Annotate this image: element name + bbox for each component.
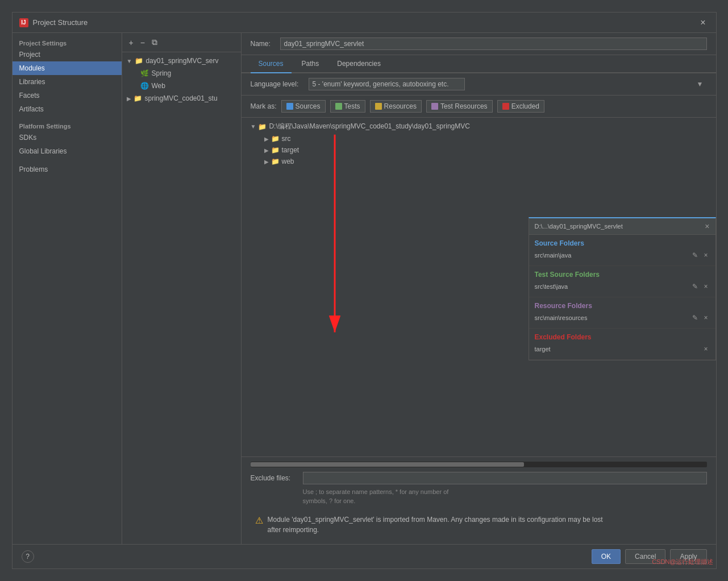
language-level-select[interactable]: 5 - 'enum' keyword, generics, autoboxing…	[309, 78, 465, 90]
sidebar-item-modules[interactable]: Modules	[13, 61, 122, 75]
name-input[interactable]	[280, 38, 707, 50]
cancel-button[interactable]: Cancel	[625, 549, 665, 564]
exclude-files-row: Exclude files:	[251, 472, 707, 484]
fip-resource-edit-button[interactable]: ✎	[690, 313, 700, 322]
sidebar-item-sdks[interactable]: SDKs	[13, 131, 122, 144]
fip-excluded-actions: ×	[702, 345, 709, 354]
fip-resource-actions: ✎ ×	[690, 313, 709, 322]
sidebar-item-problems[interactable]: Problems	[13, 163, 122, 176]
file-tree-target[interactable]: ▶ 📁 target	[242, 144, 716, 156]
tree-item-web[interactable]: 🌐 Web	[122, 80, 241, 92]
fip-test-path: src\test\java	[535, 283, 568, 290]
mark-sources-label: Sources	[296, 102, 321, 110]
fip-excluded-entry: target ×	[535, 343, 710, 355]
title-bar: IJ Project Structure ×	[13, 13, 716, 33]
root-folder-icon: 📁	[258, 123, 267, 131]
fip-source-remove-button[interactable]: ×	[702, 251, 709, 260]
project-settings-header: Project Settings	[13, 38, 122, 48]
tab-dependencies[interactable]: Dependencies	[329, 55, 389, 73]
help-button[interactable]: ?	[22, 550, 34, 563]
exclude-files-input[interactable]	[303, 472, 707, 484]
tree-item-springmvc[interactable]: ▶ 📁 springMVC_code01_stu	[122, 92, 241, 105]
fip-excluded-remove-button[interactable]: ×	[702, 345, 709, 354]
horizontal-scrollbar[interactable]	[251, 462, 707, 467]
help-icon: ?	[26, 553, 30, 561]
main-content: Project Settings Project Modules Librari…	[13, 33, 716, 544]
platform-settings-header: Platform Settings	[13, 121, 122, 131]
src-folder-icon: 📁	[271, 135, 280, 143]
tree-item-spring-label: Spring	[152, 69, 172, 77]
test-resources-dot	[431, 103, 438, 110]
fip-excluded-title: Excluded Folders	[535, 333, 710, 341]
apply-button[interactable]: Apply	[670, 549, 706, 564]
exclude-files-label: Exclude files:	[251, 474, 296, 482]
dialog-title: Project Structure	[33, 18, 88, 27]
sidebar-item-problems-label: Problems	[19, 165, 48, 173]
tab-paths[interactable]: Paths	[294, 55, 327, 73]
tree-item-spring[interactable]: 🌿 Spring	[122, 67, 241, 80]
sidebar-item-libraries-label: Libraries	[19, 78, 45, 86]
mark-test-resources-label: Test Resources	[440, 102, 488, 110]
fip-source-title: Source Folders	[535, 239, 710, 247]
copy-module-button[interactable]: ⧉	[149, 36, 160, 48]
sidebar-item-project[interactable]: Project	[13, 48, 122, 61]
fip-test-entry: src\test\java ✎ ×	[535, 281, 710, 292]
remove-module-button[interactable]: −	[138, 37, 147, 48]
sidebar-item-facets-label: Facets	[19, 92, 40, 99]
tree-toolbar: + − ⧉	[122, 33, 241, 52]
close-button[interactable]: ×	[697, 16, 709, 29]
src-expand-arrow: ▶	[264, 136, 269, 142]
tab-sources[interactable]: Sources	[251, 55, 292, 73]
sidebar-item-artifacts[interactable]: Artifacts	[13, 102, 122, 116]
mark-test-resources-button[interactable]: Test Resources	[426, 100, 493, 113]
fip-test-section: Test Source Folders src\test\java ✎ ×	[529, 266, 715, 297]
fip-resource-title: Resource Folders	[535, 302, 710, 310]
file-tree-root[interactable]: ▼ 📁 D:\编程\Java\Maven\springMVC_code01_st…	[242, 120, 716, 133]
fip-source-entry: src\main\java ✎ ×	[535, 250, 710, 261]
fip-source-actions: ✎ ×	[690, 251, 709, 260]
sidebar: Project Settings Project Modules Librari…	[13, 33, 122, 544]
fip-header: D:\...\day01_springMVC_servlet ×	[529, 218, 715, 235]
sidebar-divider2	[13, 158, 122, 163]
warning-icon: ⚠	[255, 515, 263, 526]
fip-source-edit-button[interactable]: ✎	[690, 251, 700, 260]
file-tree-area: ▼ 📁 D:\编程\Java\Maven\springMVC_code01_st…	[242, 118, 716, 457]
sidebar-item-global-libraries[interactable]: Global Libraries	[13, 144, 122, 158]
tabs-bar: Sources Paths Dependencies	[242, 55, 716, 73]
tree-item-day01[interactable]: ▼ 📁 day01_springMVC_serv	[122, 55, 241, 67]
fip-close-button[interactable]: ×	[705, 222, 709, 231]
dialog-footer: ? OK Cancel Apply	[13, 544, 716, 568]
file-tree-src[interactable]: ▶ 📁 src	[242, 133, 716, 144]
tab-dependencies-label: Dependencies	[337, 60, 381, 68]
add-module-button[interactable]: +	[127, 37, 136, 48]
fip-test-remove-button[interactable]: ×	[702, 282, 709, 291]
mark-excluded-button[interactable]: Excluded	[497, 100, 544, 113]
file-tree-root-label: D:\编程\Java\Maven\springMVC_code01_study\…	[269, 122, 470, 131]
file-tree-web-label: web	[282, 157, 294, 165]
mark-sources-button[interactable]: Sources	[281, 100, 326, 113]
mark-resources-button[interactable]: Resources	[370, 100, 422, 113]
sidebar-item-artifacts-label: Artifacts	[19, 105, 44, 113]
tree-item-springmvc-label: springMVC_code01_stu	[145, 94, 218, 102]
fip-resource-section: Resource Folders src\main\resources ✎ ×	[529, 297, 715, 329]
mark-resources-label: Resources	[384, 102, 417, 110]
mark-tests-button[interactable]: Tests	[330, 100, 365, 113]
tree-item-day01-label: day01_springMVC_serv	[145, 57, 218, 65]
bottom-area: Exclude files: Use ; to separate name pa…	[242, 457, 716, 544]
ok-button[interactable]: OK	[592, 549, 621, 564]
sources-dot	[286, 103, 293, 110]
fip-resource-remove-button[interactable]: ×	[702, 313, 709, 322]
fip-resource-path: src\main\resources	[535, 314, 588, 321]
sidebar-item-sdks-label: SDKs	[19, 134, 37, 142]
sidebar-item-project-label: Project	[19, 51, 40, 59]
fip-test-edit-button[interactable]: ✎	[690, 282, 700, 291]
file-tree-web[interactable]: ▶ 📁 web	[242, 156, 716, 167]
sidebar-item-facets[interactable]: Facets	[13, 89, 122, 102]
sidebar-item-modules-label: Modules	[19, 64, 45, 72]
fip-source-section: Source Folders src\main\java ✎ ×	[529, 235, 715, 266]
sidebar-item-libraries[interactable]: Libraries	[13, 75, 122, 89]
warning-text: Module 'day01_springMVC_servlet' is impo…	[268, 514, 603, 535]
mark-excluded-label: Excluded	[511, 102, 539, 110]
tab-sources-label: Sources	[259, 60, 284, 68]
web-expand-arrow: ▶	[264, 159, 269, 165]
